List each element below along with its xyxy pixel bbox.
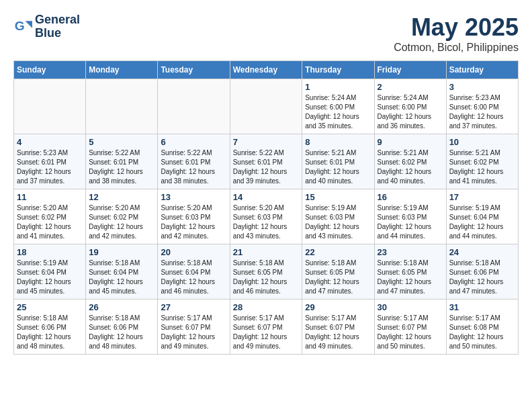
calendar-cell: 27Sunrise: 5:17 AM Sunset: 6:07 PM Dayli…: [158, 300, 230, 355]
weekday-header-sunday: Sunday: [14, 61, 86, 79]
day-number: 28: [233, 302, 300, 312]
calendar-cell: 13Sunrise: 5:20 AM Sunset: 6:03 PM Dayli…: [158, 189, 230, 244]
day-info: Sunrise: 5:17 AM Sunset: 6:07 PM Dayligh…: [161, 314, 226, 351]
day-info: Sunrise: 5:19 AM Sunset: 6:04 PM Dayligh…: [17, 259, 83, 296]
day-number: 12: [89, 192, 154, 202]
title-block: May 2025 Cotmon, Bicol, Philippines: [394, 13, 519, 54]
day-number: 14: [233, 192, 300, 202]
day-number: 23: [378, 247, 443, 257]
day-info: Sunrise: 5:18 AM Sunset: 6:06 PM Dayligh…: [89, 314, 154, 351]
day-number: 24: [449, 247, 515, 257]
calendar-cell: 4Sunrise: 5:23 AM Sunset: 6:01 PM Daylig…: [14, 134, 86, 189]
logo-text: General Blue: [35, 13, 80, 40]
calendar-cell: 17Sunrise: 5:19 AM Sunset: 6:04 PM Dayli…: [446, 189, 518, 244]
day-info: Sunrise: 5:18 AM Sunset: 6:06 PM Dayligh…: [449, 259, 515, 296]
calendar-cell: [158, 79, 230, 134]
day-info: Sunrise: 5:18 AM Sunset: 6:04 PM Dayligh…: [89, 259, 154, 296]
calendar-cell: [86, 79, 158, 134]
day-number: 13: [161, 192, 226, 202]
day-info: Sunrise: 5:19 AM Sunset: 6:03 PM Dayligh…: [305, 203, 371, 241]
calendar-table: SundayMondayTuesdayWednesdayThursdayFrid…: [13, 60, 519, 355]
calendar-cell: 3Sunrise: 5:23 AM Sunset: 6:00 PM Daylig…: [446, 79, 518, 134]
day-info: Sunrise: 5:21 AM Sunset: 6:02 PM Dayligh…: [378, 148, 443, 186]
calendar-cell: 28Sunrise: 5:17 AM Sunset: 6:07 PM Dayli…: [230, 300, 302, 355]
day-number: 3: [449, 82, 515, 92]
day-info: Sunrise: 5:19 AM Sunset: 6:03 PM Dayligh…: [378, 203, 443, 241]
calendar-cell: [14, 79, 86, 134]
svg-marker-1: [26, 21, 33, 28]
month-title: May 2025: [394, 13, 519, 42]
day-info: Sunrise: 5:24 AM Sunset: 6:00 PM Dayligh…: [305, 93, 371, 131]
day-info: Sunrise: 5:18 AM Sunset: 6:04 PM Dayligh…: [161, 259, 226, 296]
calendar-cell: 21Sunrise: 5:18 AM Sunset: 6:05 PM Dayli…: [230, 244, 302, 300]
day-info: Sunrise: 5:18 AM Sunset: 6:05 PM Dayligh…: [305, 259, 371, 296]
day-number: 9: [378, 137, 443, 147]
page-header: G General Blue May 2025 Cotmon, Bicol, P…: [13, 13, 519, 54]
calendar-cell: 8Sunrise: 5:21 AM Sunset: 6:01 PM Daylig…: [302, 134, 374, 189]
day-number: 4: [17, 137, 83, 147]
day-number: 15: [305, 192, 371, 202]
calendar-cell: 18Sunrise: 5:19 AM Sunset: 6:04 PM Dayli…: [14, 244, 86, 300]
day-number: 16: [378, 192, 443, 202]
calendar-cell: 30Sunrise: 5:17 AM Sunset: 6:07 PM Dayli…: [374, 300, 446, 355]
calendar-cell: 15Sunrise: 5:19 AM Sunset: 6:03 PM Dayli…: [302, 189, 374, 244]
weekday-header-row: SundayMondayTuesdayWednesdayThursdayFrid…: [14, 61, 519, 79]
day-info: Sunrise: 5:20 AM Sunset: 6:03 PM Dayligh…: [161, 203, 226, 241]
calendar-cell: 12Sunrise: 5:20 AM Sunset: 6:02 PM Dayli…: [86, 189, 158, 244]
day-number: 1: [305, 82, 371, 92]
day-info: Sunrise: 5:24 AM Sunset: 6:00 PM Dayligh…: [378, 93, 443, 131]
day-info: Sunrise: 5:19 AM Sunset: 6:04 PM Dayligh…: [449, 203, 515, 241]
calendar-cell: 2Sunrise: 5:24 AM Sunset: 6:00 PM Daylig…: [374, 79, 446, 134]
day-info: Sunrise: 5:22 AM Sunset: 6:01 PM Dayligh…: [161, 148, 226, 186]
day-number: 25: [17, 302, 83, 312]
calendar-cell: 20Sunrise: 5:18 AM Sunset: 6:04 PM Dayli…: [158, 244, 230, 300]
calendar-cell: 31Sunrise: 5:17 AM Sunset: 6:08 PM Dayli…: [446, 300, 518, 355]
day-number: 31: [449, 302, 515, 312]
day-number: 8: [305, 137, 371, 147]
day-number: 17: [449, 192, 515, 202]
calendar-cell: 1Sunrise: 5:24 AM Sunset: 6:00 PM Daylig…: [302, 79, 374, 134]
day-number: 2: [378, 82, 443, 92]
calendar-cell: 14Sunrise: 5:20 AM Sunset: 6:03 PM Dayli…: [230, 189, 302, 244]
day-number: 27: [161, 302, 226, 312]
weekday-header-friday: Friday: [374, 61, 446, 79]
day-info: Sunrise: 5:22 AM Sunset: 6:01 PM Dayligh…: [233, 148, 300, 186]
day-number: 10: [449, 137, 515, 147]
calendar-cell: 24Sunrise: 5:18 AM Sunset: 6:06 PM Dayli…: [446, 244, 518, 300]
calendar-cell: 16Sunrise: 5:19 AM Sunset: 6:03 PM Dayli…: [374, 189, 446, 244]
calendar-cell: 5Sunrise: 5:22 AM Sunset: 6:01 PM Daylig…: [86, 134, 158, 189]
logo: G General Blue: [13, 13, 80, 40]
calendar-week-row: 18Sunrise: 5:19 AM Sunset: 6:04 PM Dayli…: [14, 244, 519, 300]
calendar-cell: 29Sunrise: 5:17 AM Sunset: 6:07 PM Dayli…: [302, 300, 374, 355]
calendar-cell: 22Sunrise: 5:18 AM Sunset: 6:05 PM Dayli…: [302, 244, 374, 300]
calendar-cell: 25Sunrise: 5:18 AM Sunset: 6:06 PM Dayli…: [14, 300, 86, 355]
svg-text:G: G: [15, 19, 25, 33]
calendar-cell: 11Sunrise: 5:20 AM Sunset: 6:02 PM Dayli…: [14, 189, 86, 244]
day-info: Sunrise: 5:22 AM Sunset: 6:01 PM Dayligh…: [89, 148, 154, 186]
day-info: Sunrise: 5:17 AM Sunset: 6:07 PM Dayligh…: [378, 314, 443, 351]
day-info: Sunrise: 5:18 AM Sunset: 6:06 PM Dayligh…: [17, 314, 83, 351]
day-number: 29: [305, 302, 371, 312]
logo-icon: G: [13, 17, 32, 36]
weekday-header-tuesday: Tuesday: [158, 61, 230, 79]
day-number: 7: [233, 137, 300, 147]
calendar-cell: 7Sunrise: 5:22 AM Sunset: 6:01 PM Daylig…: [230, 134, 302, 189]
calendar-cell: 9Sunrise: 5:21 AM Sunset: 6:02 PM Daylig…: [374, 134, 446, 189]
day-info: Sunrise: 5:17 AM Sunset: 6:07 PM Dayligh…: [305, 314, 371, 351]
day-number: 11: [17, 192, 83, 202]
calendar-week-row: 1Sunrise: 5:24 AM Sunset: 6:00 PM Daylig…: [14, 79, 519, 134]
day-info: Sunrise: 5:23 AM Sunset: 6:01 PM Dayligh…: [17, 148, 83, 186]
day-number: 6: [161, 137, 226, 147]
location-subtitle: Cotmon, Bicol, Philippines: [394, 42, 519, 54]
day-number: 5: [89, 137, 154, 147]
day-info: Sunrise: 5:18 AM Sunset: 6:05 PM Dayligh…: [378, 259, 443, 296]
day-number: 30: [378, 302, 443, 312]
day-number: 20: [161, 247, 226, 257]
day-info: Sunrise: 5:21 AM Sunset: 6:02 PM Dayligh…: [449, 148, 515, 186]
weekday-header-monday: Monday: [86, 61, 158, 79]
day-info: Sunrise: 5:17 AM Sunset: 6:08 PM Dayligh…: [449, 314, 515, 351]
day-info: Sunrise: 5:20 AM Sunset: 6:02 PM Dayligh…: [17, 203, 83, 241]
day-number: 21: [233, 247, 300, 257]
day-number: 19: [89, 247, 154, 257]
calendar-week-row: 4Sunrise: 5:23 AM Sunset: 6:01 PM Daylig…: [14, 134, 519, 189]
